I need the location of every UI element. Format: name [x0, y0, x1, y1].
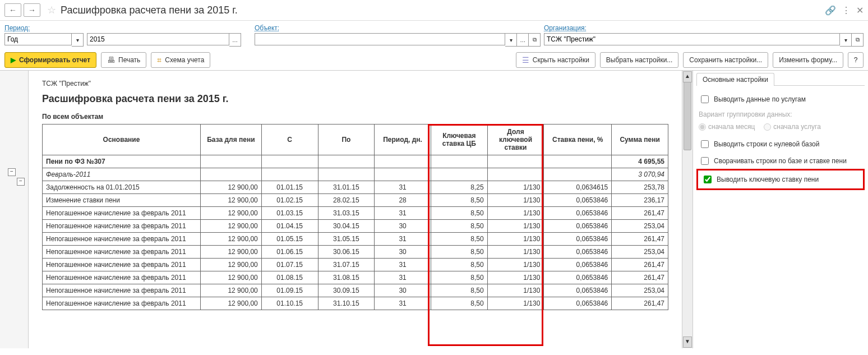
nav-back-button[interactable]: ←: [4, 3, 21, 17]
tree-collapse-node[interactable]: −: [17, 178, 25, 186]
more-icon[interactable]: ⋮: [842, 5, 851, 16]
opt-collapse[interactable]: Сворачивать строки по базе и ставке пени: [699, 155, 862, 167]
table-cell: 12 900,00: [201, 259, 262, 271]
table-cell: 1/130: [487, 297, 544, 310]
tree-collapse-node[interactable]: −: [8, 168, 16, 176]
play-icon: ▶: [11, 56, 16, 64]
table-cell: 31: [375, 297, 431, 310]
object-more-button[interactable]: …: [517, 33, 529, 47]
th-base: База для пени: [201, 125, 262, 155]
table-cell: [375, 168, 431, 181]
org-dd-icon[interactable]: ▾: [840, 33, 852, 47]
choose-settings-button[interactable]: Выбрать настройки...: [600, 52, 678, 68]
table-row: Изменение ставки пени12 900,0001.02.1528…: [43, 194, 668, 207]
table-cell: [261, 155, 318, 168]
table-cell: 261,47: [612, 259, 668, 271]
settings-tab[interactable]: Основные настройки: [696, 73, 774, 86]
table-cell: 01.09.15: [261, 284, 318, 297]
radio-service-first[interactable]: сначала услуга: [764, 123, 821, 131]
table-cell: [201, 168, 262, 181]
favorite-star-icon[interactable]: ☆: [47, 4, 56, 16]
object-expand-button[interactable]: ⧉: [529, 33, 541, 47]
table-cell: 31.03.15: [318, 207, 375, 220]
table-cell: [201, 155, 262, 168]
table-cell: 253,04: [612, 220, 668, 233]
scrollbar-thumb[interactable]: [684, 82, 691, 150]
radio-group: сначала месяц сначала услуга: [696, 122, 865, 133]
checkbox-collapse[interactable]: [701, 157, 709, 165]
table-cell: 01.10.15: [261, 297, 318, 310]
report-title: Расшифровка расчета пени за 2015 г.: [42, 93, 668, 105]
table-cell: [544, 168, 612, 181]
th-keyshare: Доля ключевой ставки: [487, 125, 544, 155]
table-cell: Непогашенное начисление за февраль 2011: [43, 297, 201, 310]
org-input[interactable]: [544, 33, 840, 45]
list-icon: ☰: [522, 56, 529, 64]
checkbox-key-rate[interactable]: [704, 176, 712, 183]
table-cell: 261,47: [612, 207, 668, 220]
table-cell: 12 900,00: [201, 181, 262, 194]
th-keyrate: Ключевая ставка ЦБ: [431, 125, 487, 155]
report-area[interactable]: ТСЖ "Престиж" Расшифровка расчета пени з…: [29, 71, 682, 348]
table-cell: 31: [375, 233, 431, 246]
close-icon[interactable]: ✕: [856, 5, 864, 16]
table-cell: 12 900,00: [201, 220, 262, 233]
table-cell: 30.09.15: [318, 284, 375, 297]
table-cell: 31.05.15: [318, 233, 375, 246]
report-table: Основание База для пени С По Период, дн.…: [42, 124, 668, 310]
help-button[interactable]: ?: [848, 52, 864, 68]
table-cell: 261,47: [612, 271, 668, 284]
period-type-dd-icon[interactable]: ▾: [72, 33, 84, 47]
scroll-up-icon[interactable]: ▲: [683, 71, 692, 82]
form-report-button[interactable]: ▶ Сформировать отчет: [4, 52, 96, 68]
table-row: Задолженность на 01.01.201512 900,0001.0…: [43, 181, 668, 194]
period-type-input[interactable]: [4, 33, 72, 45]
period-value-input[interactable]: [87, 33, 229, 45]
period-label: Период:: [4, 24, 251, 32]
table-row: Февраль-20113 070,94: [43, 168, 668, 181]
table-cell: 31: [375, 207, 431, 220]
link-icon[interactable]: 🔗: [825, 5, 836, 16]
table-cell: 1/130: [487, 246, 544, 259]
table-cell: 30.06.15: [318, 246, 375, 259]
table-cell: [487, 155, 544, 168]
vertical-scrollbar[interactable]: ▲ ▼: [682, 71, 692, 348]
scroll-down-icon[interactable]: ▼: [683, 336, 692, 348]
table-cell: 253,78: [612, 181, 668, 194]
nav-forward-button[interactable]: →: [24, 3, 40, 17]
hide-settings-button[interactable]: ☰ Скрыть настройки: [516, 52, 595, 68]
settings-panel: Основные настройки Выводить данные по ус…: [692, 71, 868, 348]
table-cell: 8,50: [431, 246, 487, 259]
period-value-more-button[interactable]: …: [229, 33, 241, 47]
opt-key-rate[interactable]: Выводить ключевую ставку пени: [701, 174, 860, 185]
table-cell: Непогашенное начисление за февраль 2011: [43, 233, 201, 246]
table-cell: 8,50: [431, 297, 487, 310]
content-area: − − ТСЖ "Престиж" Расшифровка расчета пе…: [0, 70, 868, 348]
opt-zero-base[interactable]: Выводить строки с нулевой базой: [699, 139, 862, 150]
object-input[interactable]: [255, 33, 505, 45]
radio-month-first[interactable]: сначала месяц: [699, 123, 755, 131]
table-cell: 28: [375, 194, 431, 207]
checkbox-by-service[interactable]: [701, 95, 709, 103]
table-cell: 12 900,00: [201, 194, 262, 207]
checkbox-zero-base[interactable]: [701, 140, 709, 148]
table-cell: [487, 168, 544, 181]
table-cell: Непогашенное начисление за февраль 2011: [43, 246, 201, 259]
opt-by-service[interactable]: Выводить данные по услугам: [699, 94, 862, 105]
table-cell: [375, 155, 431, 168]
table-cell: 8,50: [431, 233, 487, 246]
table-cell: 1/130: [487, 181, 544, 194]
table-cell: Непогашенное начисление за февраль 2011: [43, 207, 201, 220]
table-cell: 4 695,55: [612, 155, 668, 168]
print-button[interactable]: 🖶 Печать: [101, 52, 146, 68]
scheme-button[interactable]: ⌗ Схема учета: [151, 52, 210, 68]
org-expand-button[interactable]: ⧉: [852, 33, 864, 47]
table-cell: Изменение ставки пени: [43, 194, 201, 207]
table-cell: 1/130: [487, 194, 544, 207]
object-dd-icon[interactable]: ▾: [505, 33, 517, 47]
group-label: Вариант группировки данных:: [699, 110, 862, 118]
table-cell: 0,0653846: [544, 220, 612, 233]
change-form-button[interactable]: Изменить форму...: [773, 52, 843, 68]
save-settings-button[interactable]: Сохранить настройки...: [683, 52, 768, 68]
table-cell: 01.06.15: [261, 246, 318, 259]
